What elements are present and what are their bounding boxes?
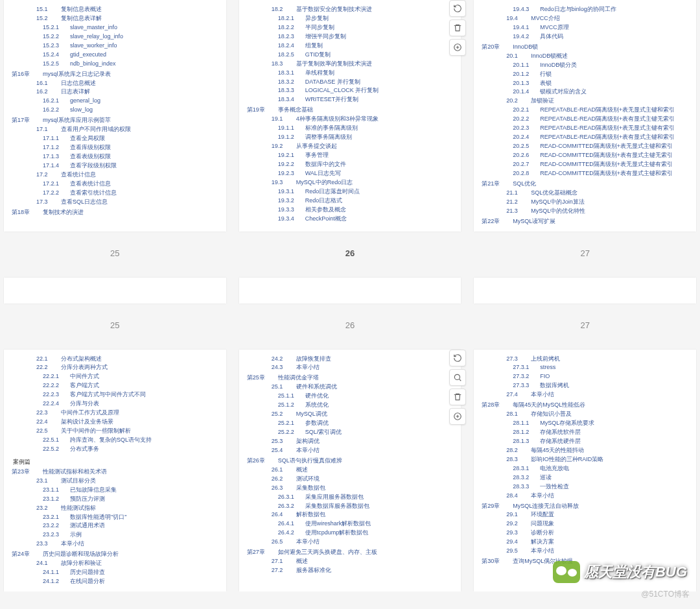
toc-entry[interactable]: 20.2加锁验证 xyxy=(480,97,686,106)
toc-entry[interactable]: 15.2.5ndb_binlog_index xyxy=(10,60,216,69)
toc-entry[interactable]: 19.2从事务提交谈起 xyxy=(246,142,451,151)
toc-entry[interactable]: 20.1InnoDB锁概述 xyxy=(480,52,686,61)
toc-entry[interactable]: 第28章每隔45天的MySQL性能低谷 xyxy=(480,401,686,410)
toc-entry[interactable]: 第23章性能测试指标和相关术语 xyxy=(10,468,216,477)
toc-entry[interactable]: 26.3采集数据包 xyxy=(246,484,451,493)
search-icon[interactable] xyxy=(449,369,466,386)
toc-entry[interactable]: 23.3本章小结 xyxy=(10,540,216,549)
toc-entry[interactable]: 28.1存储知识小普及 xyxy=(480,410,686,419)
toc-entry[interactable]: 28.1.3存储系统硬件层 xyxy=(480,437,686,446)
toc-entry[interactable]: 第16章mysql系统库之日志记录表 xyxy=(10,70,216,79)
toc-entry[interactable]: 15.2.1slave_master_info xyxy=(10,23,216,32)
toc-entry[interactable]: 25.1.1硬件优化 xyxy=(246,392,451,401)
toc-entry[interactable]: 19.1.2调整事务隔离级别 xyxy=(246,133,451,142)
toc-entry[interactable]: 20.1.2行锁 xyxy=(480,70,686,79)
toc-entry[interactable]: 19.4.3Redo日志与binlog的协同工作 xyxy=(480,5,686,14)
toc-entry[interactable]: 17.2.1查看表统计信息 xyxy=(10,180,216,189)
toc-entry[interactable]: 27.3.3数据库烤机 xyxy=(480,381,686,390)
toc-entry[interactable]: 19.2.3WAL日志先写 xyxy=(246,169,451,178)
toc-entry[interactable]: 24.1故障分析和验证 xyxy=(10,559,216,568)
toc-entry[interactable]: 第24章历史问题诊断和现场故障分析 xyxy=(10,550,216,559)
toc-entry[interactable]: 18.3.4WRITESET并行复制 xyxy=(246,95,451,104)
toc-entry[interactable]: 24.1.2在线问题分析 xyxy=(10,577,216,586)
toc-entry[interactable]: 18.3基于复制效率的复制技术演进 xyxy=(246,60,451,69)
toc-entry[interactable]: 18.2.1异步复制 xyxy=(246,14,451,23)
toc-entry[interactable]: 29.5本章小结 xyxy=(480,547,686,556)
toc-entry[interactable]: 19.4MVCC介绍 xyxy=(480,14,686,23)
refresh-icon[interactable] xyxy=(449,350,466,366)
toc-entry[interactable]: 17.1.3查看表级别权限 xyxy=(10,152,216,161)
toc-entry[interactable]: 17.2查看统计信息 xyxy=(10,171,216,180)
toc-entry[interactable]: 27.3.1stress xyxy=(480,363,686,372)
toc-entry[interactable]: 17.1.1查看全局权限 xyxy=(10,134,216,143)
toc-entry[interactable]: 25.2.2SQL/索引调优 xyxy=(246,428,451,437)
toc-entry[interactable]: 18.2.2半同步复制 xyxy=(246,23,451,32)
toc-entry[interactable]: 23.1测试目标分类 xyxy=(10,477,216,486)
toc-entry[interactable]: 18.2.3增强半同步复制 xyxy=(246,32,451,42)
toc-entry[interactable]: 23.2.2测试通用术语 xyxy=(10,521,216,531)
toc-entry[interactable]: 19.3.4CheckPoint概念 xyxy=(246,215,451,224)
toc-entry[interactable]: 19.3MySQL中的Redo日志 xyxy=(246,178,451,187)
toc-entry[interactable]: 27.1概述 xyxy=(246,557,451,566)
toc-entry[interactable]: 19.14种事务隔离级别和3种异常现象 xyxy=(246,115,451,124)
toc-entry[interactable]: 20.2.2REPEATABLE-READ隔离级别+表有显式主键无索引 xyxy=(480,115,686,124)
trash-icon[interactable] xyxy=(449,19,466,36)
toc-entry[interactable]: 第21章SQL优化 xyxy=(480,180,686,189)
toc-entry[interactable]: 26.2测试环境 xyxy=(246,475,451,484)
toc-entry[interactable]: 19.3.1Redo日志落盘时间点 xyxy=(246,187,451,197)
trash-icon[interactable] xyxy=(449,388,466,405)
toc-entry[interactable]: 23.2.3示例 xyxy=(10,531,216,540)
toc-entry[interactable]: 17.1.4查看字段级别权限 xyxy=(10,161,216,171)
toc-entry[interactable]: 26.1概述 xyxy=(246,466,451,475)
toc-entry[interactable]: 18.3.3LOGICAL_CLOCK 并行复制 xyxy=(246,86,451,95)
toc-entry[interactable]: 23.2性能测试指标 xyxy=(10,504,216,513)
toc-entry[interactable]: 案例篇 xyxy=(13,458,216,466)
toc-entry[interactable]: 22.2.4分库与分表 xyxy=(10,400,216,409)
toc-entry[interactable]: 26.3.2采集数据库服务器数据包 xyxy=(246,502,451,511)
toc-entry[interactable]: 22.2分库分表两种方式 xyxy=(10,363,216,372)
toc-entry[interactable]: 20.2.4REPEATABLE-READ隔离级别+表有显式主键和索引 xyxy=(480,133,686,142)
toc-entry[interactable]: 23.1.1已知故障信息采集 xyxy=(10,486,216,495)
toc-entry[interactable]: 17.3查看SQL日志信息 xyxy=(10,198,216,207)
toc-entry[interactable]: 25.3架构调优 xyxy=(246,437,451,446)
toc-entry[interactable]: 第22章MySQL读写扩展 xyxy=(480,217,686,226)
toc-entry[interactable]: 16.2日志表详解 xyxy=(10,88,216,97)
toc-entry[interactable]: 21.3MySQL中的优化特性 xyxy=(480,207,686,216)
toc-entry[interactable]: 28.3影响IO性能的三种RAID策略 xyxy=(480,455,686,464)
toc-entry[interactable]: 19.3.2Redo日志格式 xyxy=(246,197,451,206)
toc-entry[interactable]: 第27章如何避免三天两头换硬盘、内存、主板 xyxy=(246,548,451,557)
toc-entry[interactable]: 20.2.1REPEATABLE-READ隔离级别+表无显式主键和索引 xyxy=(480,106,686,115)
toc-entry[interactable]: 19.2.1事务管理 xyxy=(246,151,451,160)
toc-entry[interactable]: 20.1.1InnoDB锁分类 xyxy=(480,61,686,70)
toc-entry[interactable]: 26.5本章小结 xyxy=(246,538,451,547)
toc-entry[interactable]: 17.1.2查看库级别权限 xyxy=(10,143,216,152)
toc-entry[interactable]: 29.1环境配置 xyxy=(480,510,686,519)
toc-entry[interactable]: 18.3.1单线程复制 xyxy=(246,69,451,78)
toc-entry[interactable]: 19.3.3相关参数及概念 xyxy=(246,206,451,215)
toc-entry[interactable]: 24.2故障恢复排查 xyxy=(246,355,451,364)
toc-entry[interactable]: 19.4.2具体代码 xyxy=(480,32,686,42)
toc-entry[interactable]: 25.4本章小结 xyxy=(246,446,451,455)
toc-entry[interactable]: 18.2.5GTID复制 xyxy=(246,51,451,60)
toc-entry[interactable]: 28.1.1MySQL存储系统要求 xyxy=(480,419,686,428)
toc-entry[interactable]: 25.2.1参数调优 xyxy=(246,419,451,428)
toc-entry[interactable]: 20.2.6READ-COMMITTED隔离级别+表有显式主键无索引 xyxy=(480,151,686,160)
toc-entry[interactable]: 20.2.7READ-COMMITTED隔离级别+表无显式主键有索引 xyxy=(480,160,686,169)
toc-entry[interactable]: 18.3.2DATABASE 并行复制 xyxy=(246,78,451,87)
toc-entry[interactable]: 29.3诊断分析 xyxy=(480,529,686,538)
toc-entry[interactable]: 22.5.2分布式事务 xyxy=(10,445,216,454)
toc-entry[interactable]: 20.1.4锁模式对应的含义 xyxy=(480,88,686,97)
toc-entry[interactable]: 16.2.2slow_log xyxy=(10,106,216,115)
toc-entry[interactable]: 第25章性能调优金字塔 xyxy=(246,374,451,383)
toc-entry[interactable]: 15.2.4gtid_executed xyxy=(10,51,216,60)
toc-entry[interactable]: 24.1.1历史问题排查 xyxy=(10,568,216,577)
toc-entry[interactable]: 25.1.2系统优化 xyxy=(246,401,451,410)
toc-entry[interactable]: 26.4.1使用wireshark解析数据包 xyxy=(246,519,451,529)
toc-entry[interactable]: 18.2.4组复制 xyxy=(246,42,451,51)
toc-entry[interactable]: 21.1SQL优化基础概念 xyxy=(480,189,686,198)
toc-entry[interactable]: 第19章事务概念基础 xyxy=(246,106,451,115)
toc-entry[interactable]: 26.4解析数据包 xyxy=(246,510,451,519)
toc-entry[interactable]: 27.4本章小结 xyxy=(480,390,686,400)
toc-entry[interactable]: 26.4.2使用tcpdump解析数据包 xyxy=(246,529,451,538)
toc-entry[interactable]: 25.2MySQL调优 xyxy=(246,410,451,419)
